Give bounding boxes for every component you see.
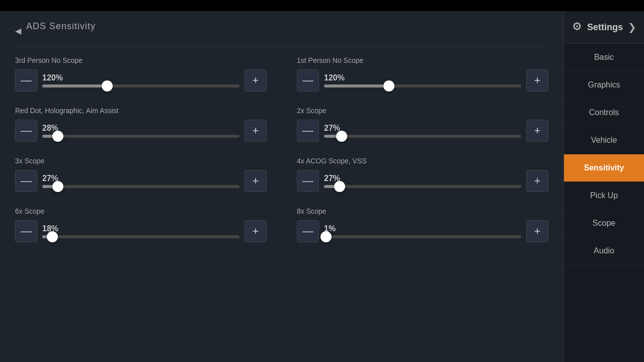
slider-value-1st-person: 120% [324, 73, 521, 82]
section-title: ADS Sensitivity [26, 21, 96, 32]
slider-row-1st-person: — 120% + [297, 69, 548, 92]
slider-container-6x-scope: 18% [42, 224, 239, 238]
slider-value-red-dot: 28% [42, 124, 239, 133]
slider-label-6x-scope: 6x Scope [15, 207, 267, 215]
slider-container-8x-scope: 1% [324, 224, 521, 238]
slider-container-1st-person: 120% [324, 73, 521, 87]
slider-container-2x-scope: 27% [324, 124, 521, 138]
slider-track-red-dot[interactable] [42, 135, 239, 138]
slider-row-6x-scope: — 18% + [15, 220, 267, 242]
sidebar-item-controls[interactable]: Controls [564, 99, 644, 127]
slider-group-2x-scope: 2x Scope — 27% + [297, 107, 548, 142]
sidebar-item-vehicle[interactable]: Vehicle [564, 127, 644, 154]
slider-label-4x-acog: 4x ACOG Scope, VSS [297, 157, 548, 165]
slider-value-2x-scope: 27% [324, 124, 521, 133]
slider-container-3rd-person: 120% [42, 73, 239, 87]
slider-row-8x-scope: — 1% + [297, 220, 548, 242]
sidebar-item-pickup[interactable]: Pick Up [564, 182, 644, 210]
slider-group-4x-acog: 4x ACOG Scope, VSS — 27% + [297, 157, 548, 192]
sidebar-header: ⚙ Settings ❯ [564, 11, 644, 44]
slider-group-6x-scope: 6x Scope — 18% + [15, 207, 267, 242]
slider-group-3rd-person: 3rd Person No Scope — 120% + [15, 56, 267, 92]
slider-thumb-2x-scope[interactable] [336, 131, 347, 142]
slider-value-3x-scope: 27% [42, 174, 239, 183]
back-arrow-icon[interactable]: ◀ [15, 26, 21, 36]
slider-thumb-3rd-person[interactable] [102, 80, 113, 92]
sidebar-item-audio[interactable]: Audio [564, 237, 644, 265]
minus-button-8x-scope[interactable]: — [297, 220, 319, 242]
minus-button-3rd-person[interactable]: — [15, 69, 37, 92]
slider-thumb-4x-acog[interactable] [334, 181, 345, 192]
plus-button-3x-scope[interactable]: + [245, 170, 267, 192]
sensitivity-grid: 3rd Person No Scope — 120% + 1st Person … [15, 56, 548, 242]
sidebar-item-graphics[interactable]: Graphics [564, 71, 644, 99]
slider-row-2x-scope: — 27% + [297, 120, 548, 142]
plus-button-2x-scope[interactable]: + [526, 120, 548, 142]
sidebar-item-scope[interactable]: Scope [564, 210, 644, 237]
slider-fill-3rd-person [42, 84, 107, 87]
slider-group-3x-scope: 3x Scope — 27% + [15, 157, 267, 192]
slider-thumb-6x-scope[interactable] [47, 231, 58, 242]
slider-row-3rd-person: — 120% + [15, 69, 267, 92]
slider-row-4x-acog: — 27% + [297, 170, 548, 192]
slider-thumb-1st-person[interactable] [383, 80, 394, 92]
minus-button-4x-acog[interactable]: — [297, 170, 319, 192]
slider-group-1st-person: 1st Person No Scope — 120% + [297, 56, 548, 92]
slider-fill-1st-person [324, 84, 389, 87]
slider-container-4x-acog: 27% [324, 174, 521, 188]
slider-group-red-dot: Red Dot, Holographic, Aim Assist — 28% + [15, 107, 267, 142]
slider-track-3x-scope[interactable] [42, 185, 239, 188]
slider-track-1st-person[interactable] [324, 84, 521, 87]
plus-button-3rd-person[interactable]: + [245, 69, 267, 92]
slider-track-8x-scope[interactable] [324, 235, 521, 238]
slider-track-2x-scope[interactable] [324, 135, 521, 138]
slider-label-3rd-person: 3rd Person No Scope [15, 56, 267, 64]
slider-container-3x-scope: 27% [42, 174, 239, 188]
slider-thumb-red-dot[interactable] [52, 131, 63, 142]
settings-sidebar: ⚙ Settings ❯ Basic Graphics Controls Veh… [564, 11, 644, 362]
slider-track-6x-scope[interactable] [42, 235, 239, 238]
slider-thumb-8x-scope[interactable] [320, 231, 332, 242]
sidebar-item-basic[interactable]: Basic [564, 44, 644, 71]
ads-sensitivity-header: ◀ ADS Sensitivity [15, 21, 548, 46]
slider-thumb-3x-scope[interactable] [52, 181, 63, 192]
slider-group-8x-scope: 8x Scope — 1% + [297, 207, 548, 242]
minus-button-6x-scope[interactable]: — [15, 220, 37, 242]
close-button[interactable]: ❯ [628, 21, 636, 33]
plus-button-8x-scope[interactable]: + [526, 220, 548, 242]
minus-button-2x-scope[interactable]: — [297, 120, 319, 142]
slider-row-3x-scope: — 27% + [15, 170, 267, 192]
slider-label-2x-scope: 2x Scope [297, 107, 548, 115]
plus-button-1st-person[interactable]: + [526, 69, 548, 92]
slider-label-1st-person: 1st Person No Scope [297, 56, 548, 64]
slider-value-6x-scope: 18% [42, 224, 239, 233]
slider-value-8x-scope: 1% [324, 224, 521, 233]
slider-container-red-dot: 28% [42, 124, 239, 138]
slider-row-red-dot: — 28% + [15, 120, 267, 142]
slider-label-3x-scope: 3x Scope [15, 157, 267, 165]
slider-track-3rd-person[interactable] [42, 84, 239, 87]
plus-button-6x-scope[interactable]: + [245, 220, 267, 242]
minus-button-1st-person[interactable]: — [297, 69, 319, 92]
sidebar-title: Settings [587, 22, 623, 33]
minus-button-3x-scope[interactable]: — [15, 170, 37, 192]
slider-value-3rd-person: 120% [42, 73, 239, 82]
gear-icon: ⚙ [572, 20, 582, 34]
plus-button-red-dot[interactable]: + [245, 120, 267, 142]
slider-label-8x-scope: 8x Scope [297, 207, 548, 215]
plus-button-4x-acog[interactable]: + [526, 170, 548, 192]
minus-button-red-dot[interactable]: — [15, 120, 37, 142]
sidebar-item-sensitivity[interactable]: Sensitivity [564, 154, 644, 182]
slider-value-4x-acog: 27% [324, 174, 521, 183]
slider-label-red-dot: Red Dot, Holographic, Aim Assist [15, 107, 267, 115]
slider-track-4x-acog[interactable] [324, 185, 521, 188]
